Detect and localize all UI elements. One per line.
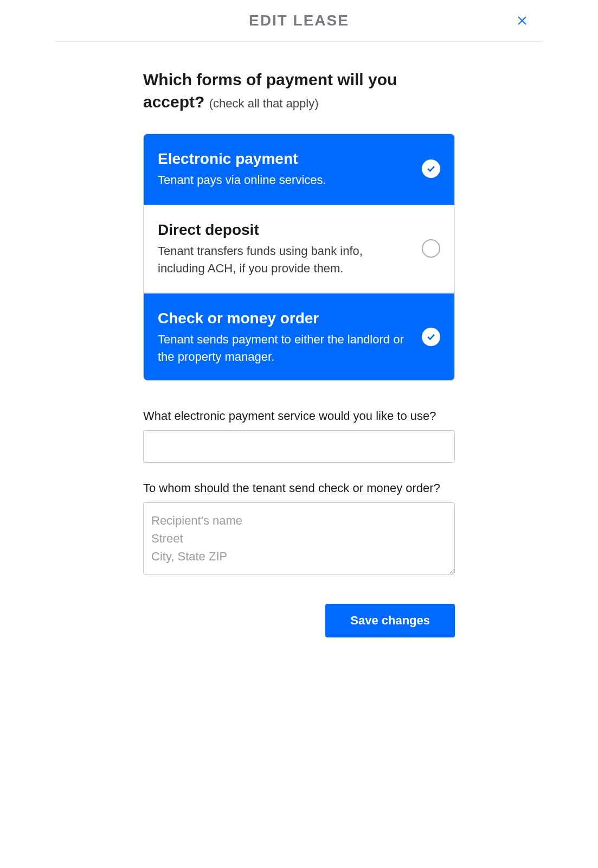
electronic-service-label: What electronic payment service would yo… <box>143 408 455 425</box>
modal-content: Which forms of payment will you accept? … <box>143 42 455 670</box>
check-recipient-field-group: To whom should the tenant send check or … <box>143 480 455 577</box>
checkmark-icon <box>426 163 436 174</box>
close-icon <box>516 14 529 27</box>
electronic-service-field-group: What electronic payment service would yo… <box>143 408 455 463</box>
electronic-service-input[interactable] <box>143 430 455 463</box>
option-title: Electronic payment <box>158 149 411 168</box>
payment-options-group: Electronic payment Tenant pays via onlin… <box>143 133 455 381</box>
option-title: Direct deposit <box>158 220 411 239</box>
option-text: Direct deposit Tenant transfers funds us… <box>158 220 422 277</box>
checkmark-icon <box>426 331 436 342</box>
option-text: Check or money order Tenant sends paymen… <box>158 309 422 366</box>
option-desc: Tenant transfers funds using bank info, … <box>158 242 411 277</box>
question-sub: (check all that apply) <box>209 97 319 110</box>
modal-title: EDIT LEASE <box>66 12 532 29</box>
option-desc: Tenant pays via online services. <box>158 171 411 189</box>
edit-lease-modal: EDIT LEASE Which forms of payment will y… <box>55 0 543 670</box>
payment-question-heading: Which forms of payment will you accept? … <box>143 69 455 113</box>
checkbox-indicator <box>422 159 440 178</box>
check-recipient-textarea[interactable] <box>143 502 455 575</box>
option-check-money-order[interactable]: Check or money order Tenant sends paymen… <box>144 293 454 381</box>
option-text: Electronic payment Tenant pays via onlin… <box>158 149 422 189</box>
close-button[interactable] <box>514 12 530 29</box>
checkbox-indicator <box>422 239 440 258</box>
option-direct-deposit[interactable]: Direct deposit Tenant transfers funds us… <box>144 205 454 293</box>
form-actions: Save changes <box>143 604 455 637</box>
option-desc: Tenant sends payment to either the landl… <box>158 331 411 366</box>
check-recipient-label: To whom should the tenant send check or … <box>143 480 455 497</box>
checkbox-indicator <box>422 328 440 346</box>
save-changes-button[interactable]: Save changes <box>325 604 455 637</box>
modal-header: EDIT LEASE <box>55 0 543 42</box>
option-title: Check or money order <box>158 309 411 328</box>
option-electronic-payment[interactable]: Electronic payment Tenant pays via onlin… <box>144 134 454 205</box>
